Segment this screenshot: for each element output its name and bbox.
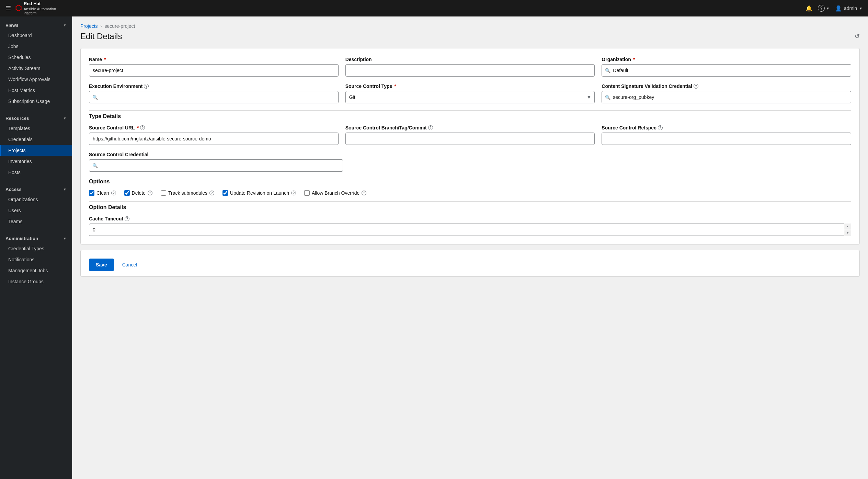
help-chevron: ▼: [826, 7, 830, 10]
sidebar-item-instance-groups[interactable]: Instance Groups: [0, 276, 72, 287]
page-title: Edit Details: [80, 32, 122, 41]
sidebar-item-projects[interactable]: Projects: [0, 145, 72, 156]
organization-group: Organization * 🔍: [602, 57, 851, 77]
history-icon[interactable]: ↺: [855, 33, 860, 40]
source-control-branch-group: Source Control Branch/Tag/Commit ?: [345, 125, 595, 145]
cache-timeout-increment[interactable]: ▲: [844, 224, 851, 230]
sidebar-item-subscription-usage[interactable]: Subscription Usage: [0, 96, 72, 107]
form-row-3: Source Control URL * ? Source Control Br…: [89, 125, 851, 145]
content-sig-help-icon[interactable]: ?: [694, 84, 698, 89]
cache-timeout-help-icon[interactable]: ?: [125, 216, 129, 221]
sidebar-item-inventories[interactable]: Inventories: [0, 156, 72, 167]
source-control-refspec-label: Source Control Refspec ?: [602, 125, 851, 130]
track-submodules-help-icon[interactable]: ?: [209, 191, 214, 195]
description-label: Description: [345, 57, 595, 62]
sidebar-item-credentials[interactable]: Credentials: [0, 134, 72, 145]
resources-section: Resources ▼ Templates Credentials Projec…: [0, 110, 72, 181]
source-control-branch-field[interactable]: [345, 133, 595, 145]
access-chevron: ▼: [63, 187, 67, 191]
cancel-button[interactable]: Cancel: [118, 259, 141, 270]
user-label: admin: [844, 5, 857, 11]
scu-required: *: [137, 125, 139, 130]
clean-checkbox[interactable]: [89, 190, 94, 196]
resources-header[interactable]: Resources ▼: [0, 112, 72, 123]
sidebar-item-notifications[interactable]: Notifications: [0, 254, 72, 265]
source-control-refspec-help-icon[interactable]: ?: [658, 125, 663, 130]
administration-header[interactable]: Administration ▼: [0, 232, 72, 243]
sidebar-item-activity-stream[interactable]: Activity Stream: [0, 63, 72, 74]
help-icon: ?: [818, 5, 825, 12]
sidebar-item-teams[interactable]: Teams: [0, 216, 72, 227]
hamburger-icon[interactable]: ☰: [5, 4, 11, 12]
track-submodules-checkbox-item: Track submodules ?: [161, 190, 214, 196]
sidebar-item-management-jobs[interactable]: Management Jobs: [0, 265, 72, 276]
source-control-url-help-icon[interactable]: ?: [140, 125, 145, 130]
source-control-refspec-field[interactable]: [602, 133, 851, 145]
source-control-url-field[interactable]: [89, 133, 339, 145]
sct-required: *: [394, 83, 396, 89]
source-control-credential-label: Source Control Credential: [89, 152, 343, 157]
user-menu[interactable]: 👤 admin ▼: [835, 5, 863, 12]
content-sig-field[interactable]: [602, 91, 851, 103]
option-details-header: Option Details: [89, 201, 851, 210]
sidebar-item-dashboard[interactable]: Dashboard: [0, 30, 72, 41]
source-control-branch-help-icon[interactable]: ?: [428, 125, 433, 130]
sidebar-item-hosts[interactable]: Hosts: [0, 167, 72, 178]
sidebar-item-users[interactable]: Users: [0, 205, 72, 216]
action-card: Save Cancel: [80, 250, 860, 277]
sidebar-item-templates[interactable]: Templates: [0, 123, 72, 134]
org-required: *: [633, 57, 635, 62]
description-group: Description: [345, 57, 595, 77]
sidebar-item-schedules[interactable]: Schedules: [0, 52, 72, 63]
sidebar-item-host-metrics[interactable]: Host Metrics: [0, 85, 72, 96]
brand-text: Red Hat Ansible Automation Platform: [24, 1, 56, 15]
administration-section: Administration ▼ Credential Types Notifi…: [0, 230, 72, 290]
execution-env-help-icon[interactable]: ?: [144, 84, 149, 89]
allow-branch-checkbox-item: Allow Branch Override ?: [304, 190, 366, 196]
user-icon: 👤: [835, 5, 842, 12]
name-required: *: [104, 57, 106, 62]
update-revision-help-icon[interactable]: ?: [291, 191, 296, 195]
source-control-branch-label: Source Control Branch/Tag/Commit ?: [345, 125, 595, 130]
sidebar-item-credential-types[interactable]: Credential Types: [0, 243, 72, 254]
name-field[interactable]: [89, 64, 339, 77]
option-details-section: Option Details Cache Timeout ? ▲ ▼: [89, 201, 851, 236]
delete-help-icon[interactable]: ?: [148, 191, 152, 195]
source-control-type-wrapper: Manual Git SVN Insights Remote Archive ▼: [345, 91, 595, 103]
update-revision-checkbox-item: Update Revision on Launch ?: [222, 190, 296, 196]
topnav: ☰ ⬡ Red Hat Ansible Automation Platform …: [0, 0, 868, 16]
source-control-credential-field[interactable]: [89, 159, 343, 172]
update-revision-checkbox[interactable]: [222, 190, 228, 196]
cache-timeout-decrement[interactable]: ▼: [844, 230, 851, 236]
views-header[interactable]: Views ▼: [0, 19, 72, 30]
source-control-url-group: Source Control URL * ?: [89, 125, 339, 145]
action-row: Save Cancel: [89, 256, 851, 271]
cache-timeout-field[interactable]: [89, 224, 851, 236]
content-sig-label: Content Signature Validation Credential …: [602, 83, 851, 89]
clean-help-icon[interactable]: ?: [111, 191, 116, 195]
name-group: Name *: [89, 57, 339, 77]
source-control-type-select[interactable]: Manual Git SVN Insights Remote Archive: [345, 91, 595, 103]
access-header[interactable]: Access ▼: [0, 183, 72, 194]
save-button[interactable]: Save: [89, 259, 114, 271]
name-label: Name *: [89, 57, 339, 62]
clean-label: Clean: [96, 190, 109, 196]
organization-field[interactable]: [602, 64, 851, 77]
allow-branch-checkbox[interactable]: [304, 190, 310, 196]
content-sig-input-wrapper: 🔍: [602, 91, 851, 103]
sidebar-item-organizations[interactable]: Organizations: [0, 194, 72, 205]
execution-env-field[interactable]: [89, 91, 339, 103]
allow-branch-help-icon[interactable]: ?: [362, 191, 366, 195]
sidebar-item-workflow-approvals[interactable]: Workflow Approvals: [0, 74, 72, 85]
track-submodules-checkbox[interactable]: [161, 190, 166, 196]
delete-checkbox[interactable]: [124, 190, 130, 196]
description-field[interactable]: [345, 64, 595, 77]
cache-timeout-label: Cache Timeout ?: [89, 216, 851, 221]
sidebar-item-jobs[interactable]: Jobs: [0, 41, 72, 52]
breadcrumb-projects-link[interactable]: Projects: [80, 23, 98, 29]
notifications-icon[interactable]: 🔔: [806, 5, 812, 12]
brand-logo: ⬡ Red Hat Ansible Automation Platform: [15, 1, 56, 15]
help-menu[interactable]: ? ▼: [818, 5, 830, 12]
content-sig-group: Content Signature Validation Credential …: [602, 83, 851, 103]
delete-label: Delete: [132, 190, 146, 196]
